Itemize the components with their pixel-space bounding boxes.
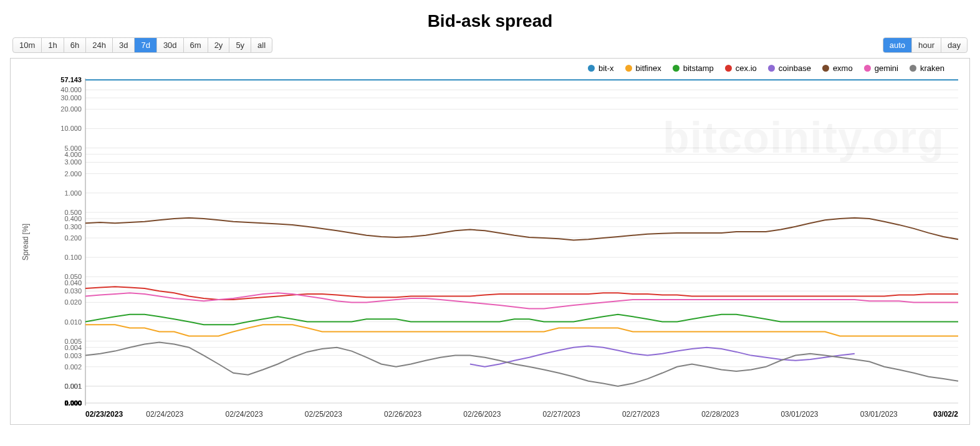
agg-group: autohourday bbox=[883, 37, 968, 53]
svg-text:02/27/2023: 02/27/2023 bbox=[622, 410, 660, 419]
svg-text:02/27/2023: 02/27/2023 bbox=[543, 410, 580, 419]
range-btn-2y[interactable]: 2y bbox=[208, 38, 230, 52]
range-btn-5y[interactable]: 5y bbox=[229, 38, 251, 52]
chart-frame: bit-xbitfinexbitstampcex.iocoinbaseexmog… bbox=[10, 58, 970, 425]
legend-label: exmo bbox=[833, 64, 853, 73]
legend-item-bitstamp[interactable]: bitstamp bbox=[673, 64, 714, 73]
legend-dot-icon bbox=[673, 65, 680, 72]
svg-text:1.000: 1.000 bbox=[64, 189, 82, 197]
svg-text:40.000: 40.000 bbox=[60, 86, 82, 93]
range-btn-10m[interactable]: 10m bbox=[13, 38, 42, 52]
legend-dot-icon bbox=[588, 65, 595, 72]
svg-text:57.143: 57.143 bbox=[60, 76, 82, 83]
legend-item-exmo[interactable]: exmo bbox=[822, 64, 853, 73]
range-btn-all[interactable]: all bbox=[251, 38, 272, 52]
svg-text:02/28/2023: 02/28/2023 bbox=[701, 410, 739, 419]
legend-label: cex.io bbox=[736, 64, 757, 73]
svg-text:10.000: 10.000 bbox=[60, 125, 82, 132]
controls-bar: 10m1h6h24h3d7d30d6m2y5yall autohourday bbox=[0, 37, 980, 58]
legend-item-kraken[interactable]: kraken bbox=[910, 64, 944, 73]
svg-text:03/02/2: 03/02/2 bbox=[933, 410, 958, 419]
legend-item-bitfinex[interactable]: bitfinex bbox=[625, 64, 661, 73]
svg-text:0.100: 0.100 bbox=[64, 254, 82, 261]
page-title: Bid-ask spread bbox=[0, 0, 980, 37]
range-btn-6m[interactable]: 6m bbox=[184, 38, 208, 52]
svg-text:0.003: 0.003 bbox=[64, 352, 82, 359]
plot-area[interactable]: bitcoinity.org 57.14340.00030.00020.0001… bbox=[11, 75, 969, 424]
svg-text:0.400: 0.400 bbox=[64, 215, 82, 222]
agg-btn-auto[interactable]: auto bbox=[883, 38, 912, 52]
agg-btn-hour[interactable]: hour bbox=[912, 38, 941, 52]
series-gemini bbox=[85, 293, 958, 308]
series-exmo bbox=[85, 218, 958, 240]
chart-svg: 57.14340.00030.00020.00010.0005.0004.000… bbox=[11, 75, 968, 424]
svg-text:0.010: 0.010 bbox=[64, 318, 82, 326]
svg-text:0.000: 0.000 bbox=[64, 399, 82, 407]
legend-item-bit-x[interactable]: bit-x bbox=[588, 64, 614, 73]
svg-text:0.030: 0.030 bbox=[64, 287, 82, 295]
legend-item-coinbase[interactable]: coinbase bbox=[768, 64, 811, 73]
legend-label: bit-x bbox=[598, 64, 614, 73]
legend-dot-icon bbox=[768, 65, 775, 72]
series-cex.io bbox=[85, 287, 958, 300]
legend-label: bitfinex bbox=[636, 64, 661, 73]
range-btn-24h[interactable]: 24h bbox=[86, 38, 113, 52]
svg-text:0.020: 0.020 bbox=[64, 298, 82, 306]
series-coinbase bbox=[470, 346, 855, 367]
legend-item-gemini[interactable]: gemini bbox=[864, 64, 898, 73]
svg-text:3.000: 3.000 bbox=[64, 158, 82, 166]
svg-text:0.004: 0.004 bbox=[64, 344, 82, 351]
range-btn-30d[interactable]: 30d bbox=[157, 38, 184, 52]
range-btn-6h[interactable]: 6h bbox=[64, 38, 86, 52]
svg-text:02/25/2023: 02/25/2023 bbox=[305, 410, 342, 419]
svg-text:02/24/2023: 02/24/2023 bbox=[226, 410, 263, 419]
legend-label: gemini bbox=[875, 64, 898, 73]
series-kraken bbox=[85, 343, 958, 386]
svg-text:02/24/2023: 02/24/2023 bbox=[146, 410, 183, 419]
legend-dot-icon bbox=[864, 65, 871, 72]
svg-text:0.002: 0.002 bbox=[64, 363, 82, 371]
svg-text:02/26/2023: 02/26/2023 bbox=[463, 410, 501, 419]
series-bitstamp bbox=[85, 315, 958, 325]
range-btn-3d[interactable]: 3d bbox=[113, 38, 135, 52]
svg-text:0.200: 0.200 bbox=[64, 234, 82, 242]
legend-label: kraken bbox=[920, 64, 944, 73]
legend-label: bitstamp bbox=[683, 64, 714, 73]
range-btn-1h[interactable]: 1h bbox=[42, 38, 64, 52]
svg-text:02/23/2023: 02/23/2023 bbox=[85, 410, 123, 419]
svg-text:20.000: 20.000 bbox=[60, 105, 82, 113]
svg-text:0.040: 0.040 bbox=[64, 279, 82, 287]
legend-item-cex.io[interactable]: cex.io bbox=[725, 64, 757, 73]
svg-text:03/01/2023: 03/01/2023 bbox=[781, 410, 818, 419]
legend-dot-icon bbox=[910, 65, 916, 72]
svg-text:2.000: 2.000 bbox=[64, 170, 82, 178]
svg-text:0.300: 0.300 bbox=[64, 223, 82, 230]
legend-dot-icon bbox=[725, 65, 732, 72]
svg-text:02/26/2023: 02/26/2023 bbox=[384, 410, 421, 419]
legend-dot-icon bbox=[822, 65, 829, 72]
legend-label: coinbase bbox=[779, 64, 811, 73]
series-bitfinex bbox=[85, 325, 958, 336]
agg-btn-day[interactable]: day bbox=[941, 38, 967, 52]
legend-dot-icon bbox=[625, 65, 632, 72]
svg-text:03/01/2023: 03/01/2023 bbox=[860, 410, 898, 419]
svg-text:Spread [%]: Spread [%] bbox=[21, 224, 30, 260]
svg-text:4.000: 4.000 bbox=[64, 151, 82, 158]
svg-text:0.001: 0.001 bbox=[64, 382, 82, 390]
range-group: 10m1h6h24h3d7d30d6m2y5yall bbox=[12, 37, 272, 53]
legend: bit-xbitfinexbitstampcex.iocoinbaseexmog… bbox=[11, 59, 969, 75]
svg-text:30.000: 30.000 bbox=[60, 94, 82, 102]
range-btn-7d[interactable]: 7d bbox=[135, 38, 156, 52]
